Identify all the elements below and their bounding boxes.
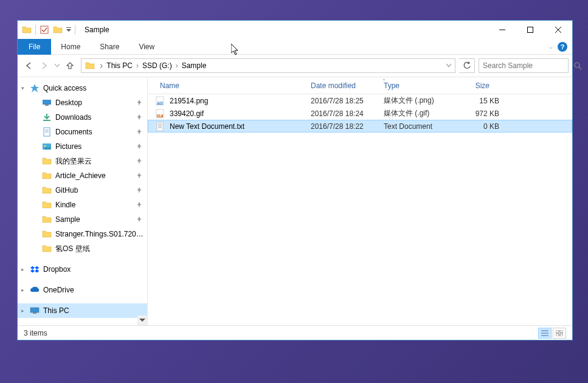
pin-icon xyxy=(136,158,142,164)
breadcrumb-sep-icon[interactable]: › xyxy=(99,60,104,71)
file-row[interactable]: GIF339420.gif2016/7/28 18:24媒体文件 (.gif)9… xyxy=(148,107,572,120)
address-dropdown-icon[interactable] xyxy=(443,64,455,67)
nav-recent-dropdown[interactable] xyxy=(53,58,61,73)
window-title: Sample xyxy=(85,26,109,34)
chevron-right-icon[interactable]: ▸ xyxy=(21,266,27,272)
nav-up-button[interactable] xyxy=(63,58,77,73)
file-row[interactable]: New Text Document.txt2016/7/28 18:22Text… xyxy=(148,120,572,133)
file-txt-icon xyxy=(155,122,165,131)
sidebar-dropbox[interactable]: ▸ Dropbox xyxy=(18,262,147,277)
folder-icon xyxy=(42,244,52,254)
folder-icon xyxy=(20,23,33,36)
ribbon-tab-view[interactable]: View xyxy=(129,39,164,55)
svg-rect-24 xyxy=(157,122,163,131)
column-date[interactable]: Date modified xyxy=(306,81,379,90)
file-type: 媒体文件 (.gif) xyxy=(384,108,457,119)
sidebar-item-sample[interactable]: Sample xyxy=(18,212,147,227)
sidebar-item--os-[interactable]: 氢OS 壁纸 xyxy=(18,241,147,256)
sidebar-item-github[interactable]: GitHub xyxy=(18,183,147,198)
scroll-down-icon[interactable] xyxy=(137,316,147,325)
sidebar-item-label: Kindle xyxy=(55,201,136,209)
svg-point-15 xyxy=(44,145,46,147)
svg-rect-32 xyxy=(560,330,563,333)
content-area: ▾ Quick access DesktopDownloadsDocuments… xyxy=(18,77,572,325)
sidebar-onedrive[interactable]: ▸ OneDrive xyxy=(18,283,147,297)
sidebar-item-documents[interactable]: Documents xyxy=(18,125,147,139)
svg-rect-16 xyxy=(30,308,39,312)
svg-rect-0 xyxy=(41,26,48,33)
breadcrumb-thispc[interactable]: This PC xyxy=(104,61,135,70)
svg-point-6 xyxy=(575,63,579,67)
svg-rect-33 xyxy=(556,334,559,336)
sidebar[interactable]: ▾ Quick access DesktopDownloadsDocuments… xyxy=(18,77,148,325)
column-type[interactable]: Type xyxy=(379,81,452,90)
sidebar-item-label: 氢OS 壁纸 xyxy=(55,244,147,254)
sidebar-item-downloads[interactable]: Downloads xyxy=(18,110,147,125)
file-name: New Text Document.txt xyxy=(170,122,311,131)
view-icons-button[interactable] xyxy=(553,328,566,339)
file-row[interactable]: PNG219514.png2016/7/28 18:25媒体文件 (.png)1… xyxy=(148,94,572,107)
sidebar-item-label: Documents xyxy=(55,128,136,136)
pin-icon xyxy=(136,129,142,135)
sidebar-item-pictures[interactable]: Pictures xyxy=(18,139,147,154)
file-size: 0 KB xyxy=(457,122,499,131)
close-button[interactable] xyxy=(544,21,572,39)
pin-icon xyxy=(136,143,142,150)
ribbon-tab-home[interactable]: Home xyxy=(51,39,90,55)
folder-icon xyxy=(42,215,52,224)
chevron-down-icon[interactable]: ▾ xyxy=(21,85,27,91)
sidebar-item-label: GitHub xyxy=(55,186,136,195)
refresh-button[interactable] xyxy=(459,58,475,73)
onedrive-icon xyxy=(30,285,40,295)
svg-line-7 xyxy=(579,67,581,69)
column-size[interactable]: Size xyxy=(452,81,494,90)
breadcrumb-folder[interactable]: Sample xyxy=(179,61,209,70)
sidebar-item-kindle[interactable]: Kindle xyxy=(18,198,147,212)
sidebar-item-article-achieve[interactable]: Article_Achieve xyxy=(18,168,147,183)
ribbon-expand-icon[interactable]: ⌵ xyxy=(549,43,553,50)
titlebar[interactable]: Sample xyxy=(18,21,572,39)
chevron-right-icon[interactable]: ▸ xyxy=(21,308,27,314)
qat-dropdown-icon[interactable] xyxy=(64,23,73,36)
status-item-count: 3 items xyxy=(24,329,47,337)
pin-icon xyxy=(136,202,142,208)
sidebar-item--[interactable]: 我的坚果云 xyxy=(18,154,147,168)
sidebar-item-desktop[interactable]: Desktop xyxy=(18,95,147,110)
view-details-button[interactable] xyxy=(538,328,552,339)
search-icon[interactable] xyxy=(574,62,582,70)
chevron-right-icon[interactable]: ▸ xyxy=(21,287,27,293)
breadcrumb-sep-icon[interactable]: › xyxy=(135,61,140,70)
column-name[interactable]: Name xyxy=(155,81,306,90)
file-size: 972 KB xyxy=(457,109,499,118)
maximize-button[interactable] xyxy=(516,21,544,39)
statusbar: 3 items xyxy=(18,325,572,340)
nav-forward-button[interactable] xyxy=(37,58,52,73)
sidebar-item-label: Stranger.Things.S01.720p.N xyxy=(55,230,147,238)
ribbon-file-tab[interactable]: File xyxy=(18,39,51,55)
qat-properties-icon[interactable] xyxy=(38,23,51,36)
nav-back-button[interactable] xyxy=(21,58,36,73)
ribbon-tab-share[interactable]: Share xyxy=(90,39,129,55)
search-input[interactable] xyxy=(483,61,574,70)
pin-icon xyxy=(136,114,142,120)
sidebar-quick-access[interactable]: ▾ Quick access xyxy=(18,81,147,95)
minimize-button[interactable] xyxy=(488,21,516,39)
help-icon[interactable]: ? xyxy=(558,42,567,52)
qat-newfolder-icon[interactable] xyxy=(51,23,64,36)
file-date: 2016/7/28 18:24 xyxy=(311,109,384,118)
sidebar-thispc[interactable]: ▸ This PC xyxy=(18,303,147,318)
folder-icon xyxy=(42,200,52,210)
breadcrumb-drive[interactable]: SSD (G:) xyxy=(140,61,175,70)
sidebar-item-label: Article_Achieve xyxy=(55,171,136,180)
file-list[interactable]: PNG219514.png2016/7/28 18:25媒体文件 (.png)1… xyxy=(148,94,572,325)
breadcrumb-sep-icon[interactable]: › xyxy=(175,61,179,70)
sidebar-item-stranger-things-s01-720p-n[interactable]: Stranger.Things.S01.720p.N xyxy=(18,227,147,241)
search-box[interactable] xyxy=(479,58,569,73)
dropbox-icon xyxy=(30,264,40,274)
folder-icon xyxy=(42,171,52,181)
file-date: 2016/7/28 18:22 xyxy=(311,122,384,131)
svg-rect-17 xyxy=(33,312,36,314)
svg-rect-10 xyxy=(43,120,50,121)
address-bar[interactable]: › This PC › SSD (G:) › Sample xyxy=(81,58,455,73)
file-pane[interactable]: Name Date modified Type Size ⌃ PNG219514… xyxy=(148,77,572,325)
